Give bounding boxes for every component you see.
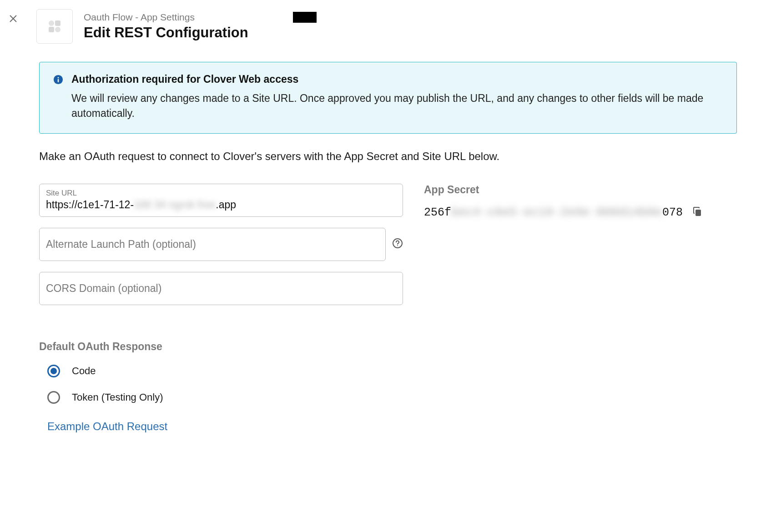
svg-point-7 <box>58 77 59 78</box>
svg-rect-11 <box>695 210 701 216</box>
copy-icon <box>692 206 703 217</box>
app-secret-label: App Secret <box>424 184 737 196</box>
svg-rect-3 <box>55 20 60 26</box>
alt-launch-field[interactable] <box>39 228 386 261</box>
alert-title: Authorization required for Clover Web ac… <box>71 73 723 85</box>
alt-launch-input[interactable] <box>46 238 379 251</box>
copy-button[interactable] <box>692 206 703 219</box>
radio-token-label: Token (Testing Only) <box>72 391 163 403</box>
site-url-label: Site URL <box>46 189 396 198</box>
close-icon <box>8 14 18 24</box>
redaction-block <box>293 12 317 23</box>
svg-point-2 <box>49 20 54 26</box>
close-button[interactable] <box>6 9 20 30</box>
svg-point-5 <box>55 27 60 32</box>
authorization-alert: Authorization required for Clover Web ac… <box>39 62 737 134</box>
clover-icon <box>45 17 64 35</box>
radio-token[interactable]: Token (Testing Only) <box>47 391 737 404</box>
radio-code[interactable]: Code <box>47 365 737 377</box>
app-secret-value: 256fbec4-c6e5-ec19-2e9e-860d14b0e078 <box>424 206 683 219</box>
oauth-response-label: Default OAuth Response <box>39 341 737 353</box>
radio-indicator <box>47 391 60 404</box>
example-oauth-link[interactable]: Example OAuth Request <box>39 420 167 433</box>
app-logo <box>36 9 73 44</box>
page-description: Make an OAuth request to connect to Clov… <box>39 150 737 163</box>
alert-body: We will review any changes made to a Sit… <box>71 91 723 121</box>
site-url-input[interactable] <box>46 199 396 211</box>
radio-indicator <box>47 365 60 377</box>
breadcrumb: Oauth Flow - App Settings <box>84 12 248 23</box>
svg-point-10 <box>397 245 398 246</box>
info-icon <box>53 75 63 86</box>
site-url-field[interactable]: Site URL https://c1e1-71-12-166 34 ngrok… <box>39 184 403 217</box>
oauth-response-group: Code Token (Testing Only) <box>39 365 737 404</box>
svg-rect-8 <box>58 79 59 82</box>
radio-code-label: Code <box>72 365 96 377</box>
cors-domain-input[interactable] <box>46 282 396 295</box>
svg-rect-4 <box>49 27 54 32</box>
cors-domain-field[interactable] <box>39 272 403 305</box>
help-icon[interactable] <box>392 238 403 251</box>
page-title: Edit REST Configuration <box>84 25 248 41</box>
